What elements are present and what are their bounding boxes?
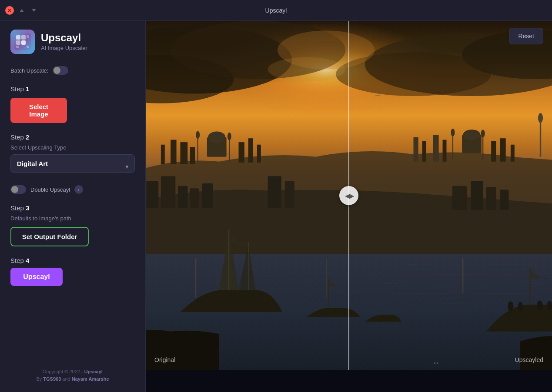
double-upscayl-row: Double Upscayl i xyxy=(10,185,135,194)
app-subtitle: AI Image Upscaler xyxy=(41,45,87,51)
app-header: Upscayl AI Image Upscaler xyxy=(10,30,135,54)
svg-rect-3 xyxy=(16,35,20,40)
step-3-label: Step 3 xyxy=(10,204,135,212)
double-upscayl-label: Double Upscayl xyxy=(30,186,70,193)
double-upscayl-toggle[interactable] xyxy=(10,185,26,194)
window-controls xyxy=(5,6,38,15)
svg-rect-9 xyxy=(27,46,29,48)
comparison-container: ◀▶ Original Upscayled ◂ ▸ xyxy=(146,21,552,370)
info-button[interactable]: i xyxy=(74,185,83,194)
batch-upscale-row: Batch Upscale: xyxy=(10,66,135,75)
footer-text: Copyright © 2022 - Upscayl By TGS963 and… xyxy=(10,368,135,383)
footer: Copyright © 2022 - Upscayl By TGS963 and… xyxy=(10,359,135,383)
step-2-label: Step 2 xyxy=(10,133,135,141)
titlebar: Upscayl xyxy=(0,0,552,21)
upscayl-button[interactable]: Upscayl xyxy=(10,268,63,286)
sidebar: Upscayl AI Image Upscaler Batch Upscale:… xyxy=(0,21,146,392)
main-layout: Upscayl AI Image Upscaler Batch Upscale:… xyxy=(0,21,552,392)
batch-upscale-toggle[interactable] xyxy=(53,66,68,75)
defaults-label: Defaults to Image's path xyxy=(10,215,135,222)
nav-up-button[interactable] xyxy=(17,6,26,15)
app-title-group: Upscayl AI Image Upscaler xyxy=(41,32,87,51)
window-title: Upscayl xyxy=(265,7,287,14)
upscaling-type-dropdown-wrapper: Digital Art Real-ESRGAN UltraMix Balance… xyxy=(10,154,135,179)
comparison-divider-handle[interactable]: ◀▶ xyxy=(339,186,358,205)
app-name: Upscayl xyxy=(41,32,87,43)
set-output-folder-button[interactable]: Set Output Folder xyxy=(10,227,89,246)
label-upscayled: Upscayled xyxy=(515,356,543,363)
nav-down-button[interactable] xyxy=(30,6,38,15)
svg-rect-4 xyxy=(21,35,26,40)
svg-rect-6 xyxy=(21,40,26,45)
svg-rect-8 xyxy=(16,46,19,48)
step-4-label: Step 4 xyxy=(10,257,135,264)
reset-button[interactable]: Reset xyxy=(509,28,543,44)
close-button[interactable] xyxy=(5,6,14,15)
select-upscaling-label: Select Upscaling Type xyxy=(10,144,135,151)
image-comparison-area: Reset xyxy=(146,21,552,392)
divider-arrows-icon: ◀▶ xyxy=(345,192,353,200)
label-original: Original xyxy=(154,356,175,363)
batch-upscale-label: Batch Upscale: xyxy=(10,67,48,74)
watermark: ◂ ▸ xyxy=(433,360,439,365)
step-1-label: Step 1 xyxy=(10,85,135,93)
select-image-button[interactable]: Select Image xyxy=(10,98,67,123)
svg-rect-7 xyxy=(27,35,29,38)
svg-rect-5 xyxy=(16,40,20,45)
app-logo xyxy=(10,30,35,54)
upscaling-type-dropdown[interactable]: Digital Art Real-ESRGAN UltraMix Balance… xyxy=(10,154,135,173)
